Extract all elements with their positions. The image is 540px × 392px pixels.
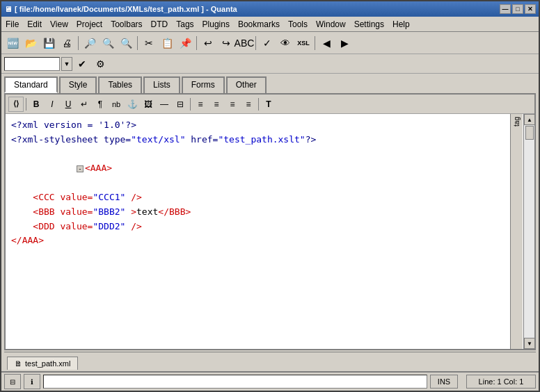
bottom-tabs: 🗎 test_path.xml [4,352,536,370]
toolbar-sep-3 [196,36,197,50]
collapse-button-aaa[interactable]: - [77,165,84,172]
menu-help[interactable]: Help [388,17,414,31]
insert-mode-indicator: INS [430,375,458,389]
align-center-button[interactable]: ≡ [209,97,224,112]
open-button[interactable]: 📂 [22,35,39,51]
tab-lists[interactable]: Lists [143,76,180,93]
back-button[interactable]: ◀ [318,35,335,51]
close-button[interactable]: ✕ [525,4,536,14]
forward-button[interactable]: ▶ [336,35,353,51]
code-line-4: <CCC value="CCC1" /> [11,190,518,205]
code-area[interactable]: <?xml version = '1.0'?> <?xml-stylesheet… [6,114,523,349]
bold-button[interactable]: B [29,97,44,112]
zoom-button[interactable]: 🔍 [118,35,134,51]
tag-toolbar: ▼ ✔ ⚙ [1,54,539,74]
scroll-down-button[interactable]: ▼ [524,338,535,349]
menu-file[interactable]: File [1,17,23,31]
minimize-button[interactable]: — [500,4,511,14]
anchor-button[interactable]: ⚓ [125,97,140,112]
nbsp-button[interactable]: nb [109,97,124,112]
save-button[interactable]: 💾 [40,35,57,51]
menu-tools[interactable]: Tools [284,17,312,31]
tab-standard[interactable]: Standard [4,76,58,93]
tab-panel: ⟨⟩ B I U ↵ ¶ nb ⚓ 🖼 — ⊟ ≡ ≡ ≡ ≡ T [4,95,536,350]
toolbar-sep-5 [315,36,315,50]
zoom-out-button[interactable]: 🔍 [100,35,116,51]
align-right-button[interactable]: ≡ [225,97,240,112]
etb-sep-3 [258,98,259,111]
scroll-thumb[interactable] [525,126,534,140]
editor-toolbar: ⟨⟩ B I U ↵ ¶ nb ⚓ 🖼 — ⊟ ≡ ≡ ≡ ≡ T [6,95,534,114]
main-toolbar: 🆕 📂 💾 🖨 🔎 🔍 🔍 ✂ 📋 📌 ↩ ↪ ABC ✓ 👁 XSL ◀ ▶ [1,32,539,54]
new-button[interactable]: 🆕 [4,35,21,51]
tag-icon[interactable]: ⟨⟩ [8,97,24,112]
scrollbar-vertical: ▲ ▼ [523,114,534,349]
menu-edit[interactable]: Edit [23,17,46,31]
scroll-track [524,125,534,338]
menubar: File Edit View Project Toolbars DTD Tags… [1,17,539,32]
underline-button[interactable]: U [61,97,76,112]
paste-button[interactable]: 📌 [177,35,193,51]
main-content: Standard Style Tables Lists Forms Other … [1,74,539,371]
scroll-up-button[interactable]: ▲ [524,114,535,125]
code-line-1: <?xml version = '1.0'?> [11,118,518,133]
tag-input[interactable] [4,57,60,71]
tag-apply-button[interactable]: ✔ [74,56,90,72]
menu-tags[interactable]: Tags [172,17,198,31]
titlebar-left: 🖥 [ file:/home/lvanek/Documents/XMLs/tes… [4,5,237,13]
titlebar: 🖥 [ file:/home/lvanek/Documents/XMLs/tes… [1,1,539,17]
cut-button[interactable]: ✂ [141,35,157,51]
tag-panel-label: tag [513,117,521,126]
align-left-button[interactable]: ≡ [193,97,208,112]
code-editor-wrapper: <?xml version = '1.0'?> <?xml-stylesheet… [6,114,534,349]
toolbar-sep-2 [137,36,138,50]
status-message [43,375,427,389]
menu-view[interactable]: View [46,17,72,31]
menu-toolbars[interactable]: Toolbars [106,17,146,31]
copy-button[interactable]: 📋 [159,35,175,51]
table-icon[interactable]: ⊟ [173,97,188,112]
tag-options-button[interactable]: ⚙ [92,56,109,72]
hrule-button[interactable]: — [157,97,172,112]
redo-button[interactable]: ↪ [218,35,235,51]
window-title: [ file:/home/lvanek/Documents/XMLs/test_… [15,5,237,13]
tag-dropdown-button[interactable]: ▼ [61,57,72,71]
code-line-2: <?xml-stylesheet type="text/xsl" href="t… [11,133,518,147]
code-line-7: </AAA> [11,234,518,248]
menu-dtd[interactable]: DTD [147,17,173,31]
maximize-button[interactable]: □ [512,4,523,14]
statusbar: ⊟ ℹ INS Line: 1 Col: 1 [1,371,539,391]
tab-other[interactable]: Other [226,76,267,93]
etb-sep-2 [190,98,191,111]
status-icon-button[interactable]: ⊟ [4,374,21,389]
zoom-in-button[interactable]: 🔎 [81,35,98,51]
font-button[interactable]: T [261,97,276,112]
status-info-button[interactable]: ℹ [24,374,40,389]
justify-button[interactable]: ≡ [241,97,256,112]
italic-button[interactable]: I [45,97,60,112]
indent-button[interactable]: ↵ [77,97,92,112]
print-button[interactable]: 🖨 [58,35,75,51]
undo-button[interactable]: ↩ [200,35,216,51]
preview-button[interactable]: 👁 [277,35,294,51]
toolbar-sep-1 [78,36,79,50]
toolbar-sep-4 [255,36,256,50]
tab-tables[interactable]: Tables [98,76,142,93]
file-tab-label: test_path.xml [25,359,70,368]
tab-style[interactable]: Style [59,76,97,93]
xsl-button[interactable]: XSL [295,35,312,51]
check-button[interactable]: ✓ [259,35,276,51]
menu-bookmarks[interactable]: Bookmarks [234,17,284,31]
cursor-position: Line: 1 Col: 1 [466,375,536,389]
menu-project[interactable]: Project [72,17,106,31]
menu-plugins[interactable]: Plugins [198,17,234,31]
menu-window[interactable]: Window [312,17,350,31]
spell-button[interactable]: ABC [236,35,253,51]
tab-forms[interactable]: Forms [182,76,225,93]
file-tab-icon: 🗎 [15,359,22,368]
menu-settings[interactable]: Settings [350,17,388,31]
para-button[interactable]: ¶ [93,97,108,112]
code-line-6: <DDD value="DDD2" /> [11,220,518,234]
file-tab[interactable]: 🗎 test_path.xml [7,357,78,370]
image-button[interactable]: 🖼 [141,97,156,112]
